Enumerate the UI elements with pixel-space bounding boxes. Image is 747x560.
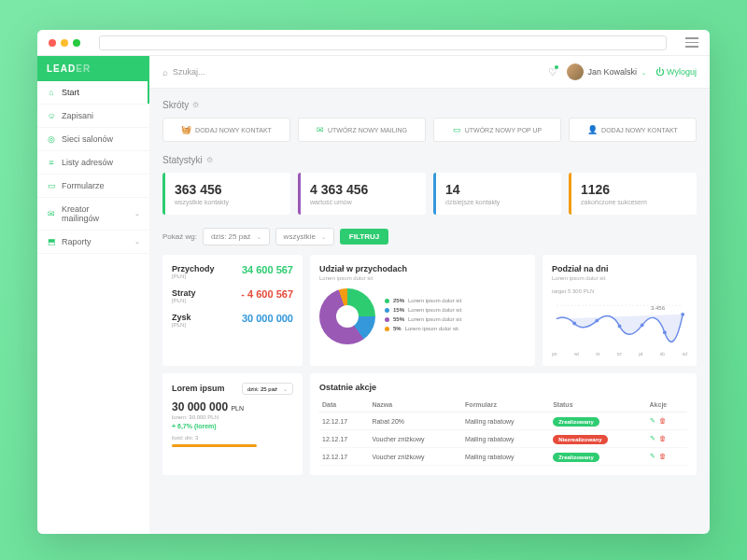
sidebar-label: Sieci salonów	[62, 134, 113, 144]
x-tick: pt	[639, 351, 642, 357]
x-tick: wt	[574, 351, 579, 357]
legend-dot	[385, 308, 389, 313]
cell-status: Zrealizowany	[550, 413, 646, 430]
svg-point-2	[618, 324, 622, 328]
cell-status: Niezrealizowany	[550, 430, 646, 448]
legend-pct: 5%	[393, 326, 402, 331]
minimize-icon[interactable]	[61, 39, 68, 47]
url-bar[interactable]	[99, 35, 667, 50]
sidebar-item-subscribers[interactable]: ☺Zapisani	[37, 105, 149, 128]
sidebar-label: Kreator mailingów	[62, 204, 129, 223]
cell-date: 12.12.17	[319, 413, 369, 430]
edit-icon[interactable]: ✎	[650, 453, 655, 459]
date-select[interactable]: dziś: 25 paź⌄	[203, 228, 270, 245]
power-icon: ⏻	[655, 67, 664, 77]
card-title: Ostatnie akcje	[319, 383, 687, 392]
legend-pct: 15%	[393, 307, 404, 313]
line-chart: 3.456	[552, 298, 687, 349]
date-select[interactable]: dziś: 25 paź⌄	[242, 383, 293, 395]
finance-row: - 4 600 567Straty[PLN]	[172, 288, 293, 303]
finance-row: 30 000 000Zysk[PLN]	[172, 313, 293, 328]
chevron-down-icon: ⌄	[134, 238, 140, 245]
titlebar	[37, 30, 710, 56]
shortcut-icon: ✉	[317, 125, 324, 134]
sidebar-item-lists[interactable]: ≡Listy adresów	[37, 151, 149, 175]
sidebar-label: Start	[62, 88, 79, 97]
table-header: Nazwa	[369, 398, 462, 413]
search-input[interactable]: ⌕Szukaj...	[162, 67, 539, 77]
legend-item: 25% Lorem ipsum dolor sit	[385, 298, 461, 303]
cell-form: Mailing rabatowy	[462, 413, 550, 430]
x-axis: pnwtśrczptsbnd	[552, 351, 687, 357]
list-icon: ≡	[47, 158, 56, 167]
cell-name: Voucher zniżkowy	[369, 448, 462, 466]
actions-table: DataNazwaFormularzStatusAkcje12.12.17Rab…	[319, 398, 687, 466]
chart-legend: 25% Lorem ipsum dolor sit15% Lorem ipsum…	[385, 298, 461, 335]
logo-text: LEAD	[47, 63, 76, 74]
finance-value: 30 000 000	[242, 313, 293, 324]
revenue-share-card: Udział w przychodach Lorem ipsum dolor s…	[310, 255, 535, 366]
sidebar-item-forms[interactable]: ▭Formularze	[37, 175, 149, 198]
mail-icon: ✉	[47, 209, 56, 218]
menu-icon[interactable]	[685, 37, 698, 48]
stat-label: dzisiejsze kontakty	[445, 199, 552, 205]
shortcut-button[interactable]: 👤DODAJ NOWY KONTAKT	[569, 118, 697, 142]
sidebar-item-start[interactable]: ⌂Start	[37, 81, 149, 105]
shortcuts-title: Skróty⚙	[162, 100, 697, 110]
user-menu[interactable]: Jan Kowalski⌄	[567, 63, 647, 80]
edit-icon[interactable]: ✎	[650, 435, 655, 441]
stat-card: 4 363 456wartość umów	[298, 173, 426, 215]
close-icon[interactable]	[49, 39, 56, 47]
shortcut-label: DODAJ NOWY KONTAKT	[195, 127, 272, 133]
sidebar-item-networks[interactable]: ◎Sieci salonów	[37, 128, 149, 151]
main-content: ⌕Szukaj... ♡ Jan Kowalski⌄ ⏻Wyloguj Skró…	[149, 56, 710, 534]
gear-icon[interactable]: ⚙	[192, 101, 199, 109]
shortcut-label: UTWÓRZ NOWY MAILING	[328, 127, 407, 133]
stat-card: 14dzisiejsze kontakty	[433, 173, 561, 215]
shortcut-label: DODAJ NOWY KONTAKT	[601, 127, 678, 133]
donut-chart	[319, 288, 375, 344]
avatar	[567, 63, 584, 80]
cell-actions: ✎🗑	[647, 448, 687, 466]
delete-icon[interactable]: 🗑	[659, 453, 666, 459]
legend-dot	[385, 299, 389, 303]
legend-text: Lorem ipsum dolor sit	[405, 326, 458, 331]
gear-icon[interactable]: ⚙	[206, 156, 213, 164]
chart-icon: ⬒	[47, 237, 56, 246]
sidebar-item-reports[interactable]: ⬒Raporty⌄	[37, 231, 149, 254]
chevron-down-icon: ⌄	[321, 233, 326, 240]
x-tick: sb	[660, 351, 665, 357]
days-label: ilość dni: 3	[172, 435, 293, 441]
cell-actions: ✎🗑	[647, 430, 687, 448]
card-title: Udział w przychodach	[319, 264, 526, 273]
shortcut-button[interactable]: ▭UTWÓRZ NOWY POP UP	[433, 118, 561, 142]
shortcut-button[interactable]: ✉UTWÓRZ NOWY MAILING	[298, 118, 426, 142]
legend-dot	[385, 327, 389, 331]
datapoint-label: 3.456	[651, 305, 665, 311]
maximize-icon[interactable]	[73, 39, 80, 47]
type-select[interactable]: wszystkie⌄	[275, 228, 334, 245]
summary-value: 30 000 000 PLN	[172, 400, 293, 413]
window-controls	[49, 39, 80, 47]
filter-button[interactable]: FILTRUJ	[340, 229, 388, 245]
logout-button[interactable]: ⏻Wyloguj	[655, 67, 697, 77]
table-header: Akcje	[647, 398, 687, 413]
shortcut-icon: 👤	[587, 125, 598, 134]
cell-name: Voucher zniżkowy	[369, 430, 462, 448]
legend-item: 15% Lorem ipsum dolor sit	[385, 307, 461, 313]
shortcut-button[interactable]: 🧺DODAJ NOWY KONTAKT	[162, 118, 290, 142]
svg-point-1	[595, 319, 599, 323]
delete-icon[interactable]: 🗑	[659, 435, 666, 441]
chevron-down-icon: ⌄	[257, 233, 261, 240]
home-icon: ⌂	[47, 88, 56, 97]
sidebar-item-mailing[interactable]: ✉Kreator mailingów⌄	[37, 198, 149, 231]
table-row: 12.12.17Voucher zniżkowyMailing rabatowy…	[319, 430, 687, 448]
stats-title: Statystyki⚙	[162, 155, 697, 165]
target-label: target 5 300 PLN	[552, 288, 687, 294]
status-badge: Zrealizowany	[553, 417, 599, 427]
svg-point-0	[572, 322, 576, 326]
delete-icon[interactable]: 🗑	[659, 417, 666, 424]
notifications-icon[interactable]: ♡	[548, 66, 557, 78]
edit-icon[interactable]: ✎	[650, 417, 655, 424]
days-card: Podział na dni Lorem ipsum dolor sit tar…	[543, 255, 697, 366]
